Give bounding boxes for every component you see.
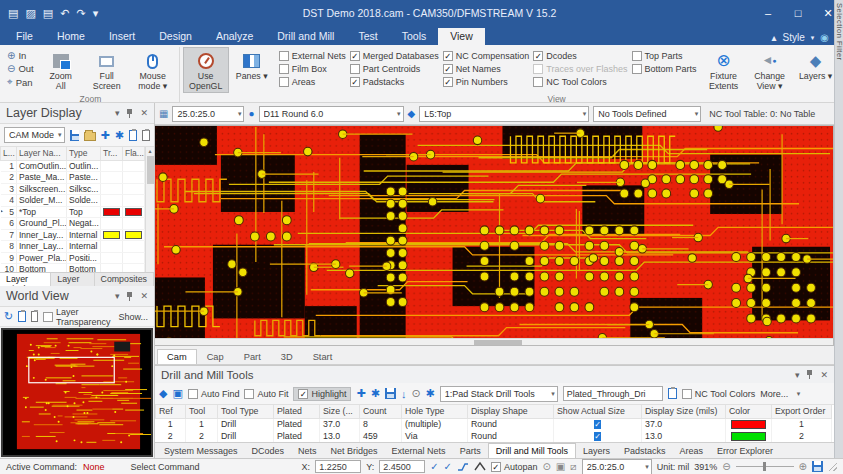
x-coordinate-field[interactable]: 1.2250 — [315, 460, 361, 473]
save-layers-icon[interactable] — [70, 130, 79, 141]
drill-table-select[interactable]: 1:Pad Stack Drill Tools▾ — [440, 386, 558, 402]
layer-row[interactable]: 8Inner_Lay...Internal — [1, 241, 145, 253]
tab-layer-sets[interactable]: Layer Sets — [51, 273, 94, 286]
drill-col-header[interactable]: Show Actual Size — [554, 405, 642, 418]
close-panel-icon[interactable]: ✕ — [140, 108, 148, 118]
resize-grip[interactable] — [828, 462, 837, 471]
pin-icon[interactable] — [806, 370, 813, 379]
close-panel-icon[interactable]: ✕ — [820, 370, 828, 380]
layer-color-cell[interactable] — [101, 172, 123, 184]
help-icon[interactable]: ◉ — [820, 32, 829, 43]
layer-color-cell[interactable] — [123, 183, 145, 195]
checkbox-net-names[interactable]: ✓Net Names — [443, 64, 530, 74]
checkbox-top-parts[interactable]: Top Parts — [632, 51, 697, 61]
layer-color-cell[interactable] — [101, 218, 123, 230]
checkbox-part-centroids[interactable]: Part Centroids — [350, 64, 439, 74]
layer-transparency-checkbox[interactable]: Layer Transparency — [43, 307, 114, 327]
y-coordinate-field[interactable]: 2.4500 — [379, 460, 425, 473]
panel-menu-icon[interactable]: ▾ — [115, 291, 120, 301]
menu-tab-drill-and-mill[interactable]: Drill and Mill — [265, 28, 346, 45]
checkbox-dcodes[interactable]: ✓Dcodes — [533, 51, 627, 61]
snap-check-icon[interactable]: ✓ — [444, 461, 452, 472]
drill-row[interactable]: 22DrillPlated13.0459ViaRound✓13.02 — [156, 430, 832, 442]
drill-show-actual[interactable]: ✓ — [554, 430, 642, 442]
bottom-tab-nets[interactable]: Nets — [291, 444, 324, 458]
close-panel-icon[interactable]: ✕ — [140, 291, 148, 301]
layer-color-cell[interactable] — [101, 252, 123, 264]
layer-row[interactable]: 5▸*TopTop — [1, 206, 145, 218]
layer-color-cell[interactable] — [123, 160, 145, 172]
canvas-hscrollbar[interactable] — [155, 338, 833, 345]
drill-color-cell[interactable] — [726, 430, 772, 442]
menu-tab-analyze[interactable]: Analyze — [204, 28, 265, 45]
layer-color-cell[interactable] — [123, 195, 145, 207]
drill-col-header[interactable]: Plated — [274, 405, 320, 418]
layer-color-cell[interactable] — [101, 241, 123, 253]
drill-row[interactable]: 11DrillPlated37.08(multiple)Round✓37.01 — [156, 418, 832, 430]
layer-color-cell[interactable] — [123, 172, 145, 184]
copy-tools-icon[interactable] — [668, 388, 677, 399]
checkbox-nc-compensation[interactable]: ✓NC Compensation — [443, 51, 530, 61]
frame-select-icon[interactable]: ▣ — [172, 387, 182, 400]
style-dropdown-icon[interactable]: ▾ — [811, 34, 815, 42]
layer-color-cell[interactable] — [101, 183, 123, 195]
layer-color-cell[interactable] — [101, 264, 123, 273]
all-layers-icon[interactable]: ✱ — [115, 129, 124, 142]
drill-col-header[interactable]: Color — [726, 405, 772, 418]
layer-row[interactable]: 3Silkscreen...Silksc... — [1, 183, 145, 195]
bottom-tab-layers[interactable]: Layers — [576, 444, 617, 458]
menu-tab-design[interactable]: Design — [147, 28, 204, 45]
highlight-checkbox[interactable]: ✓Highlight — [293, 387, 351, 401]
panel-menu-icon[interactable]: ▾ — [115, 108, 120, 118]
drill-col-header[interactable]: Hole Type — [402, 405, 468, 418]
drill-color-cell[interactable] — [726, 418, 772, 430]
all-tools-icon[interactable]: ✱ — [371, 387, 380, 400]
drill-col-header[interactable]: Size (... — [320, 405, 360, 418]
bottom-tab-padstacks[interactable]: Padstacks — [617, 444, 673, 458]
nc-tool-colors-checkbox[interactable]: NC Tool Colors — [682, 389, 755, 399]
ribbon-button-change-view[interactable]: Change View ▾ — [747, 47, 793, 93]
tab-layer-display[interactable]: Layer Display — [0, 273, 51, 286]
layer-color-cell[interactable] — [123, 252, 145, 264]
paste-view-icon[interactable] — [31, 311, 38, 322]
drill-col-header[interactable]: Display Shape — [468, 405, 554, 418]
pin-icon[interactable] — [126, 292, 133, 301]
export-icon[interactable]: ↓ — [401, 388, 407, 400]
layer-color-cell[interactable] — [123, 229, 145, 241]
bottom-tab-system-messages[interactable]: System Messages — [157, 444, 245, 458]
layer-col-header[interactable]: Type — [67, 147, 101, 160]
open-folder-icon[interactable]: ▨ — [25, 7, 35, 20]
menu-tab-insert[interactable]: Insert — [97, 28, 147, 45]
bottom-tab-error-explorer[interactable]: Error Explorer — [710, 444, 780, 458]
select-tool-icon[interactable]: ◆ — [159, 387, 167, 400]
copy-view-icon[interactable] — [18, 311, 25, 322]
layer-col-header[interactable]: Tr... — [101, 147, 123, 160]
slash-mode-icon[interactable]: ⧄ — [570, 461, 576, 473]
layer-table-scrollbar[interactable]: ▴ — [145, 147, 154, 272]
zoom-radio-out[interactable]: ⊖Out — [7, 63, 34, 74]
layer-color-cell[interactable] — [123, 264, 145, 273]
status-grid-select[interactable]: 25.0:25.0▾ — [582, 459, 652, 474]
layer-col-header[interactable]: L... — [1, 147, 17, 160]
bottom-tab-dcodes[interactable]: DCodes — [245, 444, 292, 458]
canvas-tab-3d[interactable]: 3D — [271, 349, 303, 364]
layer-row[interactable]: 4Solder_M...Solde... — [1, 195, 145, 207]
menu-tab-home[interactable]: Home — [45, 28, 97, 45]
selection-filter-strip[interactable]: Selection Filter — [834, 0, 843, 458]
autopan-checkbox[interactable]: ✓Autopan — [491, 462, 538, 472]
open-layers-icon[interactable] — [84, 132, 95, 141]
zoom-radio-in[interactable]: ⊕In — [7, 50, 34, 61]
layer-select[interactable]: L5:Top▾ — [419, 106, 589, 122]
layer-row[interactable]: 9Power_Pla...Positi... — [1, 252, 145, 264]
zoom-in-icon[interactable]: ⊕ — [799, 461, 807, 472]
layer-color-cell[interactable] — [123, 241, 145, 253]
world-view-thumbnail[interactable] — [1, 328, 153, 457]
bottom-tab-areas[interactable]: Areas — [673, 444, 711, 458]
undo-icon[interactable]: ↶ — [60, 7, 69, 20]
add-layer-icon[interactable]: ✚ — [101, 129, 110, 142]
screen-capture-icon[interactable] — [812, 461, 823, 472]
bottom-tab-parts[interactable]: Parts — [453, 444, 488, 458]
customize-toolbar-icon[interactable]: ▾ — [93, 7, 99, 20]
canvas-tab-cap[interactable]: Cap — [197, 349, 234, 364]
drill-show-actual[interactable]: ✓ — [554, 418, 642, 430]
